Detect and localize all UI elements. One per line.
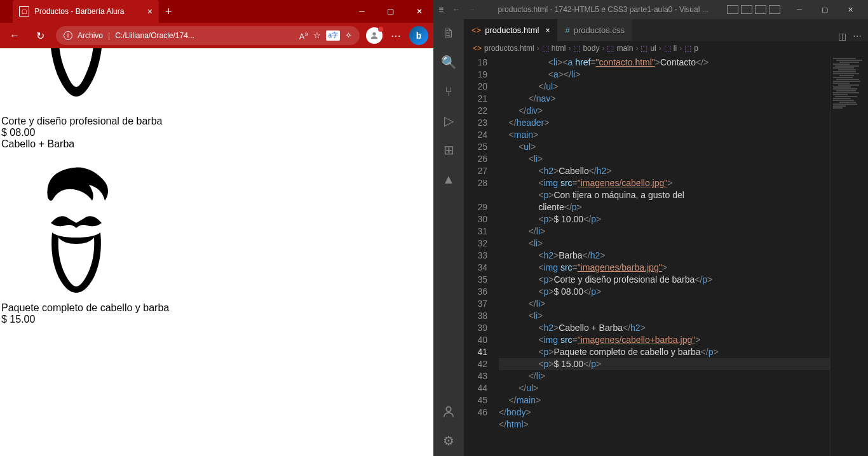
minimap[interactable] <box>830 55 868 456</box>
cube-icon: ⬚ <box>573 44 580 53</box>
maximize-button[interactable]: ▢ <box>812 0 837 19</box>
minimize-button[interactable]: ─ <box>787 0 812 19</box>
editor-tabs: <> productos.html × # productos.css ◫ ⋯ <box>464 19 868 41</box>
layout-icon[interactable] <box>769 5 780 14</box>
html-file-icon: <> <box>473 44 482 53</box>
search-icon[interactable]: 🔍 <box>440 53 458 71</box>
account-icon[interactable] <box>440 403 458 420</box>
source-control-icon[interactable]: ⑂ <box>440 83 458 100</box>
breadcrumb-item[interactable]: li <box>674 44 677 53</box>
tab-actions: ◫ ⋯ <box>832 31 868 41</box>
breadcrumb[interactable]: <> productos.html › ⬚ html › ⬚ body › ⬚ … <box>464 41 868 55</box>
breadcrumb-item[interactable]: p <box>694 44 698 53</box>
breadcrumb-item[interactable]: body <box>583 44 599 53</box>
product-title: Cabello + Barba <box>1 138 432 150</box>
new-tab-button[interactable]: + <box>159 5 179 18</box>
profile-avatar[interactable] <box>366 27 383 44</box>
cube-icon: ⬚ <box>542 44 549 53</box>
vscode-window-controls: ─ ▢ ✕ <box>787 0 863 19</box>
css-file-icon: # <box>565 25 569 35</box>
cube-icon: ⬚ <box>641 44 648 53</box>
run-debug-icon[interactable]: ▷ <box>440 112 458 130</box>
product-image-cabello-barba <box>19 163 133 296</box>
cube-icon: ⬚ <box>607 44 614 53</box>
layout-icon[interactable] <box>741 5 752 14</box>
layout-icon[interactable] <box>755 5 766 14</box>
breadcrumb-file[interactable]: productos.html <box>484 44 534 53</box>
browser-toolbar: ← ↻ i Archivo | C:/Lliliana/Oracle/174..… <box>0 23 433 48</box>
back-arrow-icon[interactable]: ← <box>452 5 460 14</box>
more-actions-icon[interactable]: ⋯ <box>853 31 862 41</box>
breadcrumb-item[interactable]: html <box>552 44 566 53</box>
settings-gear-icon[interactable]: ⚙ <box>440 432 458 450</box>
close-window-button[interactable]: ✕ <box>405 0 433 23</box>
svg-point-1 <box>446 407 451 412</box>
editor-area: <> productos.html × # productos.css ◫ ⋯ … <box>464 19 868 456</box>
product-image-barba <box>19 48 133 109</box>
address-bar[interactable]: i Archivo | C:/Lliliana/Oracle/174... A»… <box>56 26 360 45</box>
svg-point-0 <box>372 32 376 36</box>
refresh-button[interactable]: ↻ <box>31 26 50 45</box>
breadcrumb-item[interactable]: ul <box>650 44 656 53</box>
more-button[interactable]: ⋯ <box>386 26 405 45</box>
address-actions: A» ☆ a字 ✧ <box>299 30 352 41</box>
code-editor[interactable]: 181920 212223 242526 272829 303132 33343… <box>464 55 868 456</box>
translate-icon[interactable]: a字 <box>326 30 340 41</box>
address-prefix: Archivo <box>78 31 103 40</box>
code-lines[interactable]: <li><a href="contacto.html">Contacto</> … <box>499 55 830 456</box>
minimize-button[interactable]: ─ <box>348 0 376 23</box>
extensions-icon[interactable]: ⊞ <box>440 141 458 159</box>
layout-controls <box>727 5 780 14</box>
back-button[interactable]: ← <box>5 26 24 45</box>
browser-titlebar: ▢ Productos - Barbería Alura × + ─ ▢ ✕ <box>0 0 433 23</box>
product-price: $ 08.00 <box>1 127 432 138</box>
layout-icon[interactable] <box>727 5 738 14</box>
read-aloud-icon[interactable]: A» <box>299 30 309 41</box>
browser-window: ▢ Productos - Barbería Alura × + ─ ▢ ✕ ←… <box>0 0 433 456</box>
page-content[interactable]: Con tijera o máquina, a gusto del client… <box>0 48 433 456</box>
close-window-button[interactable]: ✕ <box>837 0 863 19</box>
site-info-icon[interactable]: i <box>64 31 72 40</box>
page-favicon: ▢ <box>19 6 29 17</box>
close-tab-icon[interactable]: × <box>147 6 153 17</box>
browser-tab-active[interactable]: ▢ Productos - Barbería Alura × <box>13 0 159 23</box>
close-tab-icon[interactable]: × <box>545 26 550 35</box>
window-controls: ─ ▢ ✕ <box>348 0 433 23</box>
product-desc: Paquete completo de cabello y barba <box>1 302 432 314</box>
vscode-body: 🗎 🔍 ⑂ ▷ ⊞ ▲ ⚙ <> productos.html × <box>433 19 868 456</box>
forward-arrow-icon[interactable]: → <box>468 5 475 14</box>
product-desc: Corte y diseño profesional de barba <box>1 116 432 127</box>
tab-productos-html[interactable]: <> productos.html × <box>464 19 557 41</box>
toolbar-right: ⋯ b <box>366 26 428 45</box>
tab-title: Productos - Barbería Alura <box>34 7 124 16</box>
azure-icon[interactable]: ▲ <box>440 170 458 188</box>
collections-icon[interactable]: ✧ <box>345 30 352 40</box>
explorer-icon[interactable]: 🗎 <box>440 24 458 42</box>
split-editor-icon[interactable]: ◫ <box>838 31 846 41</box>
tab-label: productos.css <box>574 25 625 35</box>
bing-chat-icon[interactable]: b <box>409 26 428 45</box>
cube-icon: ⬚ <box>664 44 671 53</box>
tab-productos-css[interactable]: # productos.css <box>557 19 632 41</box>
favorite-icon[interactable]: ☆ <box>313 30 321 40</box>
html-file-icon: <> <box>471 25 481 35</box>
breadcrumb-item[interactable]: main <box>616 44 633 53</box>
vscode-title: productos.html - 1742-HTML5 e CSS3 parte… <box>479 5 727 14</box>
vscode-titlebar: ≡ ← → productos.html - 1742-HTML5 e CSS3… <box>433 0 868 19</box>
line-numbers: 181920 212223 242526 272829 303132 33343… <box>464 55 499 456</box>
product-price: $ 15.00 <box>1 314 432 325</box>
address-path: C:/Lliliana/Oracle/174... <box>115 31 194 40</box>
activity-bar: 🗎 🔍 ⑂ ▷ ⊞ ▲ ⚙ <box>433 19 464 456</box>
tab-label: productos.html <box>485 25 539 35</box>
vscode-window: ≡ ← → productos.html - 1742-HTML5 e CSS3… <box>433 0 868 456</box>
maximize-button[interactable]: ▢ <box>376 0 405 23</box>
vscode-menu-icon[interactable]: ≡ <box>438 4 444 15</box>
cube-icon: ⬚ <box>684 44 691 53</box>
